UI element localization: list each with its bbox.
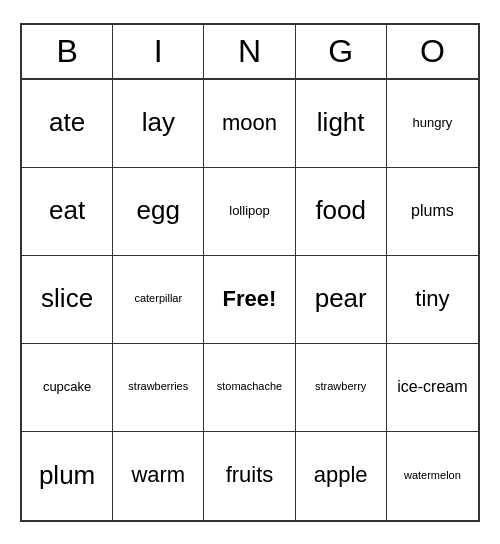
bingo-cell: hungry [387,80,478,168]
cell-text: plums [411,201,454,220]
cell-text: moon [222,110,277,136]
cell-text: warm [131,462,185,488]
bingo-cell: apple [296,432,387,520]
cell-text: ate [49,107,85,138]
header-letter: G [296,25,387,78]
cell-text: tiny [415,286,449,312]
bingo-header: BINGO [22,25,478,80]
cell-text: pear [315,283,367,314]
cell-text: stomachache [217,380,282,393]
cell-text: strawberries [128,380,188,393]
bingo-cell: eat [22,168,113,256]
cell-text: lay [142,107,175,138]
cell-text: lollipop [229,203,269,219]
bingo-cell: food [296,168,387,256]
bingo-cell: lay [113,80,204,168]
cell-text: slice [41,283,93,314]
cell-text: Free! [223,286,277,312]
cell-text: hungry [413,115,453,131]
bingo-cell: ice-cream [387,344,478,432]
cell-text: strawberry [315,380,366,393]
bingo-cell: light [296,80,387,168]
bingo-cell: watermelon [387,432,478,520]
bingo-cell: pear [296,256,387,344]
cell-text: plum [39,460,95,491]
bingo-grid: atelaymoonlighthungryeategglollipopfoodp… [22,80,478,520]
bingo-cell: moon [204,80,295,168]
header-letter: B [22,25,113,78]
header-letter: I [113,25,204,78]
cell-text: light [317,107,365,138]
bingo-cell: plum [22,432,113,520]
bingo-cell: tiny [387,256,478,344]
bingo-cell: Free! [204,256,295,344]
cell-text: fruits [226,462,274,488]
bingo-cell: stomachache [204,344,295,432]
bingo-cell: ate [22,80,113,168]
bingo-cell: caterpillar [113,256,204,344]
cell-text: ice-cream [397,377,467,396]
cell-text: caterpillar [134,292,182,305]
bingo-cell: warm [113,432,204,520]
cell-text: eat [49,195,85,226]
bingo-cell: slice [22,256,113,344]
cell-text: egg [137,195,180,226]
bingo-cell: plums [387,168,478,256]
bingo-cell: cupcake [22,344,113,432]
bingo-card: BINGO atelaymoonlighthungryeategglollipo… [20,23,480,522]
bingo-cell: fruits [204,432,295,520]
bingo-cell: egg [113,168,204,256]
header-letter: O [387,25,478,78]
bingo-cell: strawberry [296,344,387,432]
bingo-cell: lollipop [204,168,295,256]
cell-text: cupcake [43,379,91,395]
bingo-cell: strawberries [113,344,204,432]
cell-text: food [315,195,366,226]
header-letter: N [204,25,295,78]
cell-text: apple [314,462,368,488]
cell-text: watermelon [404,469,461,482]
